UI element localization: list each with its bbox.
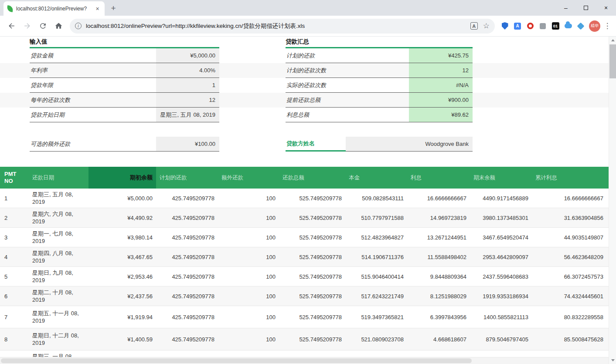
pmt-no-cell: 2 <box>0 208 29 227</box>
scheduled-payment-cell: 425.7495209778 <box>156 247 218 266</box>
header-beginning-balance: 期初余额 <box>88 167 156 189</box>
principal-cell: 514.1906711376 <box>345 247 407 266</box>
vertical-scrollbar-thumb[interactable] <box>609 44 616 78</box>
cumulative-interest-cell: 74.4324445601 <box>532 286 607 306</box>
spreadsheet-preview: 输入值 贷款汇总 贷款金额¥5,000.00计划的还款¥425.75年利率4.0… <box>0 37 609 364</box>
extra-payment-label: 可选的额外还款 <box>30 137 156 152</box>
principal-cell: 519.3497365821 <box>345 306 407 328</box>
header-interest: 利息 <box>407 167 470 189</box>
header-ending-balance: 期末余额 <box>470 167 532 189</box>
badge-extension-icon[interactable]: 01 <box>551 22 559 30</box>
principal-cell: 517.6243221749 <box>345 286 407 306</box>
schedule-row: 7星期五, 十一月 08, 2019¥1,919.94425.749520977… <box>0 306 609 328</box>
lender-name-value: Woodgrove Bank <box>346 137 473 152</box>
top-row: 贷款年限1实际的还款次数#N/A <box>0 78 609 93</box>
home-icon <box>54 22 63 30</box>
summary-panel-title: 贷款汇总 <box>286 38 309 46</box>
scroll-down-icon[interactable] <box>609 357 616 364</box>
input-panel-header: 输入值 <box>30 37 219 48</box>
close-button[interactable]: × <box>596 0 616 16</box>
page-info-icon[interactable]: i <box>75 23 82 29</box>
pmt-no-cell: 7 <box>0 306 29 328</box>
pmt-no-cell: 5 <box>0 267 29 286</box>
vertical-scrollbar[interactable] <box>609 37 616 364</box>
input-label: 贷款金额 <box>30 48 156 63</box>
kkfileview-leaf-favicon <box>7 5 14 12</box>
section-headers: 输入值 贷款汇总 <box>0 37 609 48</box>
cumulative-interest-cell: 16.6666666667 <box>532 189 607 208</box>
scheduled-payment-cell: 425.7495209778 <box>156 267 218 286</box>
bookmark-star-icon[interactable]: ☆ <box>483 21 490 30</box>
interest-cell: 14.969723819 <box>407 208 470 227</box>
input-value: 4.00% <box>156 63 219 78</box>
tab-close-icon[interactable]: × <box>94 5 101 12</box>
cumulative-interest-cell: 56.4623648209 <box>532 247 607 266</box>
browser-tab[interactable]: localhost:8012/onlinePreview? × <box>3 1 105 16</box>
gray-extension-icon[interactable] <box>539 22 547 30</box>
payment-date-cell: 星期四, 八月 08, 2019 <box>29 247 88 266</box>
back-icon <box>7 22 16 30</box>
payment-date-cell: 星期五, 十一月 08, 2019 <box>29 306 88 328</box>
pmt-no-cell: 8 <box>0 328 29 350</box>
beginning-balance-cell: ¥3,467.65 <box>88 247 156 266</box>
browser-circle-extension-icon[interactable] <box>526 22 534 30</box>
minimize-button[interactable]: – <box>556 0 576 16</box>
extra-payment-cell: 100 <box>218 247 279 266</box>
beginning-balance-cell: ¥1,400.59 <box>88 328 156 350</box>
forward-button[interactable] <box>20 19 34 33</box>
schedule-row: 1星期三, 五月 08, 2019¥5,000.00425.7495209778… <box>0 189 609 208</box>
extra-payment-value: ¥100.00 <box>156 137 219 152</box>
summary-value: 12 <box>409 63 473 78</box>
browser-menu-icon[interactable]: ⋮ <box>602 21 613 30</box>
translate-extension-icon[interactable]: A <box>514 22 521 30</box>
scheduled-payment-cell: 425.7495209778 <box>156 328 218 350</box>
top-row: 每年的还款次数12提前还款总额¥900.00 <box>0 93 609 108</box>
top-row: 贷款开始日期星期三, 五月 08, 2019利息总额¥89.62 <box>0 108 609 122</box>
principal-cell: 515.9046400414 <box>345 267 407 286</box>
ending-balance-cell: 4490.9171456889 <box>470 189 532 208</box>
horizontal-scrollbar[interactable] <box>0 357 609 364</box>
principal-cell: 512.4823964827 <box>345 228 407 247</box>
maximize-button[interactable] <box>576 0 596 16</box>
address-bar[interactable]: i localhost:8012/onlinePreview?url=http:… <box>70 19 495 34</box>
principal-cell: 509.0828543111 <box>345 189 407 208</box>
beginning-balance-cell: ¥4,490.92 <box>88 208 156 227</box>
extra-payment-cell: 100 <box>218 189 279 208</box>
summary-value: ¥425.75 <box>409 48 473 63</box>
header-principal: 本金 <box>345 167 407 189</box>
input-value: 1 <box>156 78 219 93</box>
header-total-payment: 还款总额 <box>279 167 345 189</box>
scheduled-payment-cell: 425.7495209778 <box>156 306 218 328</box>
top-row: 年利率4.00%计划的还款次数12 <box>0 63 609 78</box>
profile-avatar[interactable]: 精华 <box>589 20 600 32</box>
summary-label: 提前还款总额 <box>286 93 409 108</box>
scroll-up-icon[interactable] <box>609 37 616 44</box>
extra-payment-cell: 100 <box>218 306 279 328</box>
summary-value: #N/A <box>409 78 473 93</box>
total-payment-cell: 525.7495209778 <box>279 208 345 227</box>
browser-window: localhost:8012/onlinePreview? × + – × i … <box>0 0 616 364</box>
scheduled-payment-cell: 425.7495209778 <box>156 208 218 227</box>
new-tab-button[interactable]: + <box>107 2 119 14</box>
butterfly-extension-icon[interactable] <box>577 22 585 30</box>
tab-title: localhost:8012/onlinePreview? <box>16 6 91 12</box>
input-label: 年利率 <box>30 63 156 78</box>
cloud-extension-icon[interactable] <box>564 22 572 30</box>
translate-page-icon[interactable]: A <box>470 22 478 30</box>
summary-label: 利息总额 <box>286 108 409 122</box>
page-content: 输入值 贷款汇总 贷款金额¥5,000.00计划的还款¥425.75年利率4.0… <box>0 37 616 364</box>
home-button[interactable] <box>51 19 65 33</box>
url-text: localhost:8012/onlinePreview?url=http://… <box>86 22 470 30</box>
shield-extension-icon[interactable] <box>501 22 509 30</box>
total-payment-cell: 525.7495209778 <box>279 267 345 286</box>
refresh-icon <box>39 22 47 30</box>
refresh-button[interactable] <box>36 19 50 33</box>
payment-date-cell: 星期六, 六月 08, 2019 <box>29 208 88 227</box>
pmt-no-cell: 3 <box>0 228 29 247</box>
beginning-balance-cell: ¥2,437.56 <box>88 286 156 306</box>
back-button[interactable] <box>4 19 18 33</box>
payment-date-cell: 星期三, 五月 08, 2019 <box>29 189 88 208</box>
schedule-row: 2星期六, 六月 08, 2019¥4,490.92425.7495209778… <box>0 208 609 228</box>
scheduled-payment-cell: 425.7495209778 <box>156 228 218 247</box>
horizontal-scrollbar-thumb[interactable] <box>1 358 472 363</box>
